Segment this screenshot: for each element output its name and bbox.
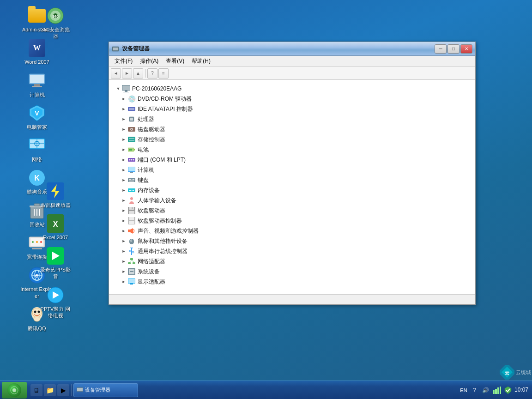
expand-icon-root[interactable]: ▼ <box>115 85 122 92</box>
start-orb <box>7 383 21 397</box>
tree-item-3[interactable]: ► 磁盘驱动器 <box>113 124 472 134</box>
tree-item-12[interactable]: ► 软盘驱动器控制器 <box>113 216 472 226</box>
tray-security[interactable] <box>503 386 513 395</box>
desktop-icon-excel2007[interactable]: X Excel 2007 <box>37 212 74 242</box>
dvd-icon: 💿 <box>127 95 136 103</box>
desktop-icons-col2: 360 360安全浏览器 迅雷极速版器 X Excel <box>37 0 74 379</box>
menu-view[interactable]: 查看(V) <box>162 56 188 66</box>
tree-item-16[interactable]: ► 网络适配器 <box>113 256 472 266</box>
expand-icon-3[interactable]: ► <box>120 126 127 133</box>
floppy-icon <box>127 206 136 215</box>
desktop-icon-pptv[interactable]: PPTV聚力 网络电视 <box>37 284 74 321</box>
expand-icon-0[interactable]: ► <box>120 95 127 103</box>
svg-rect-47 <box>113 48 118 50</box>
tree-label-9: 内存设备 <box>138 187 160 194</box>
expand-icon-8[interactable]: ► <box>120 176 127 184</box>
expand-icon-14[interactable]: ► <box>120 237 127 245</box>
tree-item-1[interactable]: ► IDE ATA/ATAPI 控制器 <box>113 104 472 114</box>
window-app-icon <box>112 45 119 53</box>
desktop-icon-360[interactable]: 360 360安全浏览器 <box>37 5 74 42</box>
expand-icon-13[interactable]: ► <box>120 227 127 235</box>
tree-root-node[interactable]: ▼ PC-20160620EAAG <box>113 84 472 94</box>
tree-item-15[interactable]: ► 通用串行总线控制器 <box>113 246 472 256</box>
network-tree-icon <box>127 257 136 266</box>
tree-label-2: 处理器 <box>138 115 154 123</box>
root-computer-icon <box>122 85 130 93</box>
window-tree-content[interactable]: ▼ PC-20160620EAAG ► 💿 D <box>109 80 475 294</box>
toolbar-back-button[interactable]: ◄ <box>111 68 121 79</box>
window-titlebar[interactable]: 设备管理器 ─ □ ✕ <box>109 42 475 56</box>
svg-rect-75 <box>132 179 133 180</box>
quicklaunch-media[interactable]: ▶ <box>57 384 69 396</box>
svg-rect-90 <box>129 221 134 224</box>
desktop-icon-thunder[interactable]: 迅雷极速版器 <box>37 180 74 210</box>
tray-help-icon: ? <box>473 387 476 393</box>
tree-label-16: 网络适配器 <box>138 258 165 266</box>
tray-lang-label: EN <box>460 387 467 393</box>
close-button[interactable]: ✕ <box>460 44 472 54</box>
tree-item-6[interactable]: ► 端口 (COM 和 LPT) <box>113 155 472 165</box>
menu-help[interactable]: 帮助(H) <box>188 56 214 66</box>
svg-rect-76 <box>133 179 134 180</box>
human-input-icon <box>127 196 136 205</box>
tree-item-5[interactable]: ► 电池 <box>113 145 472 155</box>
menu-file[interactable]: 文件(F) <box>111 56 136 66</box>
expand-icon-17[interactable]: ► <box>120 268 127 275</box>
toolbar-help-button[interactable]: ? <box>147 68 157 79</box>
tray-time-display: 10:07 <box>514 387 528 394</box>
expand-icon-9[interactable]: ► <box>120 187 127 194</box>
maximize-button[interactable]: □ <box>447 44 459 54</box>
expand-icon-1[interactable]: ► <box>120 105 127 113</box>
expand-icon-2[interactable]: ► <box>120 115 127 123</box>
tray-network-status[interactable] <box>492 386 502 395</box>
expand-icon-18[interactable]: ► <box>120 278 127 285</box>
taskbar-task-devicemanager[interactable]: 设备管理器 <box>73 383 138 397</box>
usb-icon <box>127 247 136 255</box>
expand-icon-5[interactable]: ► <box>120 146 127 153</box>
tree-item-8[interactable]: ► 键盘 <box>113 175 472 185</box>
minimize-button[interactable]: ─ <box>435 44 447 54</box>
tree-label-18: 显示适配器 <box>138 278 165 286</box>
tree-item-0[interactable]: ► 💿 DVD/CD-ROM 驱动器 <box>113 94 472 104</box>
toolbar-forward-button[interactable]: ► <box>122 68 132 79</box>
tree-item-4[interactable]: ► 存储控制器 <box>113 134 472 145</box>
svg-rect-115 <box>493 390 495 394</box>
tree-item-18[interactable]: ► 显示适配器 <box>113 277 472 287</box>
expand-icon-16[interactable]: ► <box>120 258 127 265</box>
tree-item-10[interactable]: ► 人体学输入设备 <box>113 195 472 206</box>
svg-rect-116 <box>495 389 497 394</box>
tree-item-7[interactable]: ► 计算机 <box>113 165 472 175</box>
svg-rect-61 <box>129 140 134 141</box>
expand-icon-4[interactable]: ► <box>120 136 127 143</box>
tray-volume[interactable]: 🔊 <box>481 386 490 395</box>
expand-icon-15[interactable]: ► <box>120 248 127 255</box>
tree-item-11[interactable]: ► 软盘驱动器 <box>113 206 472 216</box>
taskbar-clock[interactable]: 10:07 <box>514 387 528 394</box>
start-button[interactable] <box>2 382 27 399</box>
expand-icon-6[interactable]: ► <box>120 156 127 163</box>
taskbar: 🖥 📁 ▶ 设备管理器 EN ? 🔊 <box>0 381 532 399</box>
quicklaunch-show-desktop[interactable]: 🖥 <box>30 384 42 396</box>
tray-lang[interactable]: EN <box>459 386 468 395</box>
toolbar-up-button[interactable]: ▲ <box>133 68 143 79</box>
expand-icon-12[interactable]: ► <box>120 217 127 224</box>
svg-rect-55 <box>130 118 133 121</box>
tree-item-2[interactable]: ► 处理器 <box>113 114 472 124</box>
desktop-icon-pps[interactable]: 爱奇艺PPS影音 <box>37 245 74 282</box>
tree-item-9[interactable]: ► 内存设备 <box>113 185 472 195</box>
svg-marker-97 <box>130 248 133 249</box>
menu-action[interactable]: 操作(A) <box>136 56 162 66</box>
toolbar-properties-button[interactable]: ≡ <box>158 68 169 79</box>
expand-icon-10[interactable]: ► <box>120 197 127 204</box>
tree-item-13[interactable]: ► 声音、视频和游戏控制器 <box>113 226 472 236</box>
expand-icon-11[interactable]: ► <box>120 207 127 214</box>
quicklaunch-folder[interactable]: 📁 <box>44 384 56 396</box>
tray-help[interactable]: ? <box>470 386 479 395</box>
expand-icon-7[interactable]: ► <box>120 166 127 174</box>
tree-label-0: DVD/CD-ROM 驱动器 <box>138 95 192 103</box>
tree-item-14[interactable]: ► 鼠标和其他指针设备 <box>113 236 472 246</box>
tree-item-17[interactable]: ► 系统设备 <box>113 266 472 277</box>
svg-rect-73 <box>129 179 130 180</box>
taskbar-quick-launch: 🖥 📁 ▶ <box>29 384 72 396</box>
svg-text:云: 云 <box>505 370 509 375</box>
